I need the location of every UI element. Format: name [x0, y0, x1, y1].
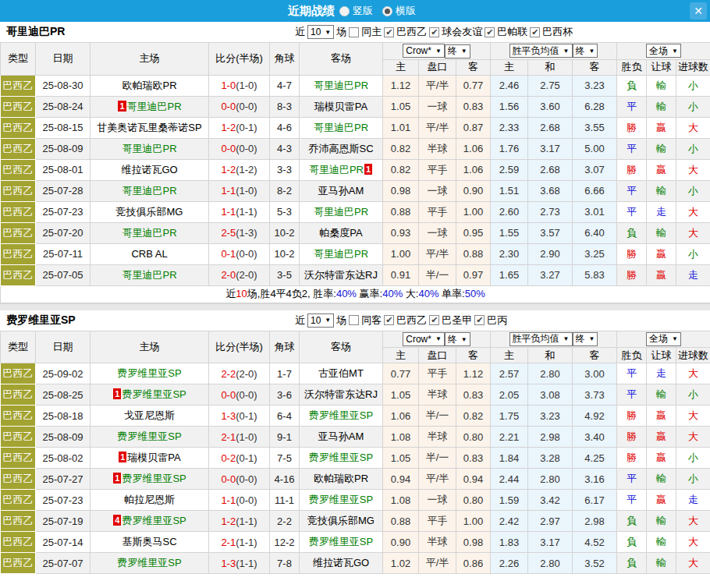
date-cell: 25-07-23 [36, 490, 91, 511]
rank-badge: 4 [113, 515, 121, 526]
goals-result-cell: 小 [676, 96, 710, 117]
result-cell: 勝 [617, 159, 647, 180]
final-select[interactable]: 终▼ [573, 332, 598, 346]
full-match-select[interactable]: 全场▼ [646, 332, 681, 346]
team-label: 费罗维里亚SP [117, 557, 181, 569]
odds-average-select[interactable]: 胜平负均值▼ [509, 44, 573, 58]
asian-home-cell: 0.94 [383, 469, 419, 490]
score-cell: 2-0(2-0) [209, 264, 270, 285]
team-label: 费罗维里亚SP [309, 409, 373, 421]
match-row: 巴西乙25-08-18戈亚尼恩斯1-3(0-1)6-4费罗维里亚SP1.06半/… [1, 406, 710, 427]
league-checkbox[interactable] [429, 315, 439, 325]
team-label: 费罗维里亚SP [309, 536, 373, 547]
corner-cell: 2-2 [270, 511, 300, 532]
team-label: 竞技俱乐部MG [116, 206, 183, 218]
league-checkbox[interactable] [429, 27, 439, 37]
sub-column-header: 和 [528, 348, 573, 363]
same-venue-checkbox[interactable] [349, 27, 359, 37]
euro-draw-cell: 3.57 [528, 222, 573, 243]
league-type-cell: 巴西乙 [1, 427, 36, 448]
vertical-layout-radio[interactable] [339, 6, 350, 16]
goals-result-cell: 大 [676, 532, 710, 553]
odds-average-select[interactable]: 胜平负均值▼ [509, 332, 573, 346]
team-name: 费罗维里亚SP [6, 313, 76, 328]
match-count-select[interactable]: 10▼ [307, 313, 334, 328]
team-cell: 哥里迪巴PR [91, 222, 209, 243]
asian-away-cell: 1.06 [456, 159, 491, 180]
team-cell: 沃尔特雷东达RJ [300, 264, 383, 285]
team-label: 哥里迪巴PR [314, 206, 368, 218]
result-cell: 平 [617, 363, 647, 384]
close-icon[interactable]: ✕ [690, 2, 707, 19]
summary-text: 近10场,胜4平4负2, 胜率:40% 赢率:40% 大:40% 单率:50% [1, 285, 710, 303]
matches-table: 类型日期主场比分(半场)角球客场Crow*▼终▼胜平负均值▼终▼全场▼主盘口客主… [0, 331, 710, 575]
corner-cell: 12-2 [270, 532, 300, 553]
handicap-result-cell: 走 [647, 363, 676, 384]
team-label: 帕桑度PA [319, 227, 362, 239]
chevron-down-icon: ▼ [589, 48, 595, 55]
match-row: 巴西乙25-08-09哥里迪巴PR0-0(0-0)4-3乔沛高恩斯SC0.82半… [1, 138, 710, 159]
team-cell: 欧帕瑞欧PR [91, 75, 209, 96]
team-label: 欧帕瑞欧PR [122, 80, 176, 91]
handicap-cell: 一球 [419, 490, 456, 511]
team-name: 哥里迪巴PR [6, 25, 65, 39]
summary-part: 单率: [438, 288, 464, 299]
team-label: 维拉诺瓦GO [313, 557, 369, 569]
team-label: 亚马孙AM [318, 185, 364, 197]
league-label: 球会友谊 [442, 25, 482, 39]
match-count-select[interactable]: 10▼ [307, 25, 334, 39]
rank-badge: 1 [118, 101, 126, 112]
team-label: 哥里迪巴PR [127, 101, 182, 112]
league-checkbox[interactable] [384, 315, 394, 325]
horizontal-layout-label[interactable]: 横版 [396, 4, 416, 18]
date-cell: 25-08-02 [36, 448, 91, 469]
euro-away-cell: 3.16 [573, 469, 617, 490]
handicap-result-cell: 走 [647, 201, 676, 222]
handicap-cell: 平手 [419, 363, 456, 384]
full-match-select[interactable]: 全场▼ [646, 44, 681, 58]
bookmaker-select-label: Crow* [406, 45, 431, 56]
handicap-result-cell: 輸 [647, 222, 676, 243]
final-select[interactable]: 终▼ [573, 44, 598, 58]
euro-home-cell: 1.83 [491, 532, 528, 553]
date-cell: 25-07-19 [36, 511, 91, 532]
result-cell: 負 [617, 532, 647, 553]
euro-draw-cell: 3.23 [528, 406, 573, 427]
rank-badge: 1 [113, 388, 121, 399]
euro-away-cell: 5.83 [573, 264, 617, 285]
corner-cell: 8-2 [270, 180, 300, 201]
summary-part: 赢率: [357, 288, 382, 299]
result-cell: 平 [617, 201, 647, 222]
team-cell: 1哥里迪巴PR [91, 96, 209, 117]
column-header: 比分(半场) [209, 331, 270, 363]
filter-bar: 近10▼场同主巴西乙球会友谊巴帕联巴西杯 [295, 25, 575, 39]
horizontal-layout-radio[interactable] [382, 6, 392, 16]
goals-result-cell: 大 [676, 222, 710, 243]
vertical-layout-label[interactable]: 竖版 [353, 4, 373, 18]
league-label: 巴西杯 [542, 25, 573, 39]
asian-odds-header: Crow*▼终▼ [383, 43, 491, 60]
team-label: 费罗维里亚SP [122, 388, 186, 400]
final-select[interactable]: 终▼ [445, 44, 470, 58]
team-label: 乔沛高恩斯SC [308, 143, 373, 154]
bookmaker-select[interactable]: Crow*▼ [403, 332, 445, 346]
team-label: 费罗维里亚SP [117, 367, 181, 379]
result-header: 全场▼ [617, 43, 710, 60]
summary-part: 40% [418, 288, 438, 299]
bookmaker-select[interactable]: Crow*▼ [403, 44, 445, 58]
sub-column-header: 盘口 [419, 348, 456, 363]
league-checkbox[interactable] [474, 315, 485, 325]
league-checkbox[interactable] [530, 27, 540, 37]
same-venue-checkbox[interactable] [349, 315, 359, 325]
goals-result-cell: 走 [676, 490, 710, 511]
team-label: 基斯奥马SC [122, 536, 176, 547]
team-cell: 戈亚尼恩斯 [91, 406, 209, 427]
chevron-down-icon: ▼ [672, 48, 678, 55]
euro-away-cell: 6.28 [573, 96, 617, 117]
league-checkbox[interactable] [384, 27, 394, 37]
final-select[interactable]: 终▼ [445, 332, 470, 346]
corner-cell: 4-7 [270, 75, 300, 96]
corner-cell: 4-3 [270, 138, 300, 159]
league-checkbox[interactable] [485, 27, 495, 37]
team-cell: 古亚伯MT [300, 363, 383, 384]
